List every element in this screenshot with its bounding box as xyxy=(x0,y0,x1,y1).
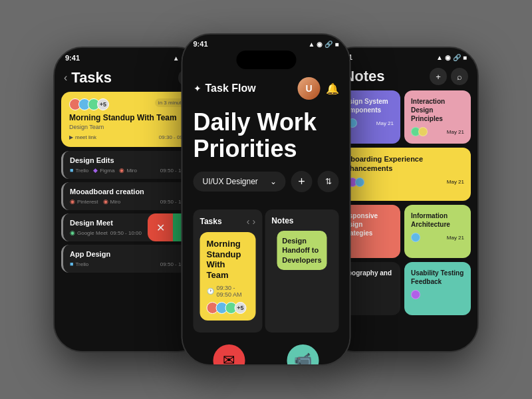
right-status-icons: ▲◉🔗■ xyxy=(436,54,467,61)
task-title-moodboard: Mooadboard creation xyxy=(70,188,192,196)
pinterest-icon: ◉ xyxy=(70,198,75,205)
right-add-button[interactable]: + xyxy=(430,68,447,85)
tag-trello: Trello xyxy=(75,168,88,174)
phones-container: 9:41 ▲◉■ ‹ Tasks + xyxy=(33,27,499,372)
back-arrow-icon[interactable]: ‹ xyxy=(64,72,67,84)
mail-icon-button[interactable]: ✉ xyxy=(213,344,245,364)
tag-label-meet: meet link xyxy=(75,134,96,140)
dynamic-island xyxy=(236,51,296,69)
filter-dropdown[interactable]: UI/UX Designer ⌄ xyxy=(194,172,286,192)
task-card-moodboard[interactable]: Mooadboard creation ◉ Pinterest ◉ Miro 0… xyxy=(61,182,198,210)
note-tile-onboarding[interactable]: Onboarding Experience Enhancements May 2… xyxy=(334,148,471,201)
tasks-tab-label[interactable]: Tasks xyxy=(200,217,222,226)
note-title-handoff: Design Handoff to Developers xyxy=(282,236,321,265)
note-date-ob: May 21 xyxy=(447,179,464,185)
mail-icon: ✉ xyxy=(223,352,235,364)
header-right: U 🔔 xyxy=(298,77,339,100)
miro-icon-2: ◉ xyxy=(103,198,108,205)
tag-trello-2: Trello xyxy=(75,261,88,267)
task-title-standup: Morning Standup With Team xyxy=(69,113,190,122)
note-tile-interaction-design[interactable]: Interaction Design Principles May 21 xyxy=(404,90,471,144)
filter-sort-button[interactable]: ⇅ xyxy=(318,171,339,192)
task-tags-design-edits: ■ Trello ◆ Figma ◉ Miro xyxy=(70,167,137,174)
note-av-ob3 xyxy=(355,178,364,187)
task-time-design-meet: 09:50 - 10:00 xyxy=(110,230,142,236)
note-title-info-arch: Information Architecture xyxy=(411,211,464,229)
note-av-ut1 xyxy=(411,290,420,299)
tag-miro: Miro xyxy=(126,168,137,174)
swipe-delete-button[interactable]: ✕ xyxy=(148,213,173,241)
note-avatars-ia xyxy=(411,233,420,242)
note-title-interaction-design: Interaction Design Principles xyxy=(411,97,464,123)
main-av-count: +5 xyxy=(235,302,247,314)
main-task-card[interactable]: Morning Standup With Team 🕐 09:30 - 09:5… xyxy=(200,232,256,320)
tab-nav: ‹ › xyxy=(247,216,255,227)
task-title-design-meet: Design Meet xyxy=(70,219,142,227)
task-card-design-edits[interactable]: Design Edits ■ Trello ◆ Figma ◉ Miro 09:… xyxy=(61,151,198,179)
tab-prev-icon[interactable]: ‹ xyxy=(247,216,250,227)
note-tile-info-arch[interactable]: Information Architecture May 21 xyxy=(404,205,471,258)
bell-icon[interactable]: 🔔 xyxy=(326,82,339,95)
main-task-time-text: 09:30 - 09:50 AM xyxy=(217,285,249,298)
filter-row: UI/UX Designer ⌄ + ⇅ xyxy=(194,171,339,192)
swipe-card-design-meet[interactable]: Design Meet ◉ Google Meet 09:50 - 10:00 … xyxy=(61,213,198,241)
video-icon-button[interactable]: 📹 xyxy=(287,344,319,364)
tasks-panel: Tasks ‹ › Morning Standup With Team 🕐 09… xyxy=(194,209,263,332)
task-title-app-design: App Design xyxy=(70,250,192,258)
bottom-icons: ✉ 📹 xyxy=(183,339,350,364)
tag-pinterest: Pinterest xyxy=(77,199,98,205)
hero-section: Daily Work Priorities UI/UX Designer ⌄ +… xyxy=(183,106,350,209)
tasks-tab-header: Tasks ‹ › xyxy=(200,216,256,227)
dropdown-chevron-icon: ⌄ xyxy=(270,177,277,186)
clock-icon: 🕐 xyxy=(207,288,214,295)
center-status-bar: 9:41 ▲◉🔗■ xyxy=(183,35,350,51)
meet-icon: ▶ xyxy=(69,134,73,140)
note-av4 xyxy=(418,127,428,136)
center-app-header: ✦ Task Flow U 🔔 xyxy=(183,73,350,106)
filter-add-button[interactable]: + xyxy=(291,171,313,192)
app-logo: ✦ Task Flow xyxy=(194,82,256,94)
note-date-ia: May 21 xyxy=(447,235,464,241)
main-task-avatars: +5 xyxy=(207,302,249,314)
note-avatars-ut xyxy=(411,290,420,299)
user-avatar[interactable]: U xyxy=(298,77,321,100)
task-tags-moodboard: ◉ Pinterest ◉ Miro xyxy=(70,198,120,205)
trello-icon-2: ■ xyxy=(70,261,73,267)
notes-panel: Notes Design Handoff to Developers xyxy=(265,209,338,332)
right-search-button[interactable]: ⌕ xyxy=(451,68,468,85)
notes-tab-label[interactable]: Notes xyxy=(271,216,293,225)
note-tile-usability[interactable]: Usability Testing Feedback xyxy=(404,262,471,315)
trello-icon: ■ xyxy=(70,167,73,174)
task-subtitle-standup: Design Team xyxy=(69,124,190,130)
google-meet-icon: ◉ xyxy=(70,229,75,236)
hero-title: Daily Work Priorities xyxy=(194,109,339,162)
left-time: 9:41 xyxy=(65,54,80,62)
center-status-icons: ▲◉🔗■ xyxy=(309,41,339,48)
note-title-onboarding: Onboarding Experience Enhancements xyxy=(340,154,464,174)
tab-next-icon[interactable]: › xyxy=(253,216,256,227)
figma-icon: ◆ xyxy=(93,167,98,174)
task-tag-meet: ▶ meet link xyxy=(69,134,96,140)
tag-google-meet: Google Meet xyxy=(77,230,108,236)
task-card-standup[interactable]: +5 in 3 minutes Morning Standup With Tea… xyxy=(61,92,198,147)
phone-center: 9:41 ▲◉🔗■ ✦ Task Flow U 🔔 D xyxy=(182,33,351,366)
note-date-id: May 21 xyxy=(447,129,464,135)
task-title-design-edits: Design Edits xyxy=(70,156,192,164)
notes-tab-header: Notes xyxy=(271,216,332,225)
filter-label: UI/UX Designer xyxy=(203,177,258,186)
center-time: 9:41 xyxy=(194,40,208,48)
task-tag-google-meet: ◉ Google Meet xyxy=(70,229,108,236)
note-card-handoff[interactable]: Design Handoff to Developers xyxy=(277,231,327,270)
main-task-title: Morning Standup With Team xyxy=(207,239,249,280)
tag-miro-2: Miro xyxy=(110,199,121,205)
task-card-app-design[interactable]: App Design ■ Trello 09:50 - 10:00 xyxy=(61,245,198,273)
main-task-time: 🕐 09:30 - 09:50 AM xyxy=(207,285,249,298)
video-icon: 📹 xyxy=(294,352,312,364)
task-avatars: +5 xyxy=(69,98,109,110)
left-page-title: Tasks xyxy=(71,69,112,86)
logo-gear-icon: ✦ xyxy=(194,83,201,94)
note-avatars-id xyxy=(411,127,428,136)
note-av-ia1 xyxy=(411,233,420,242)
right-header-actions: + ⌕ xyxy=(430,68,468,85)
left-header-left: ‹ Tasks xyxy=(64,69,112,86)
